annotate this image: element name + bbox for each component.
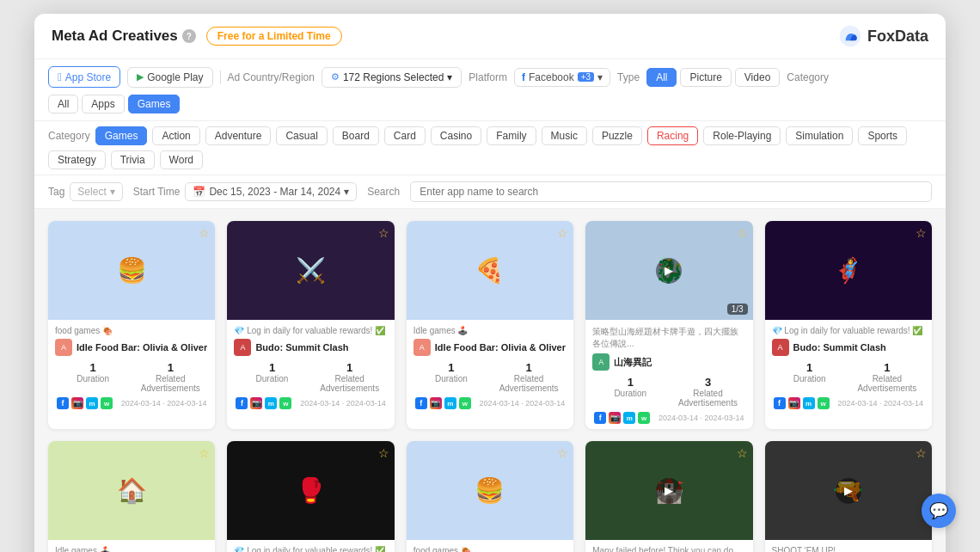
related-stat: 1 Related Advertisements [312,361,388,393]
card-item[interactable]: 🏠 ☆ Idle games 🕹️ A Idle Food Bar: Olivi… [48,441,215,552]
star-icon[interactable]: ☆ [557,226,568,240]
cat-word[interactable]: Word [160,150,203,169]
thumb-emoji: 🍔 [48,221,215,320]
related-label: Related Advertisements [491,374,567,393]
header: Meta Ad Creatives ? Free for a Limited T… [34,14,946,59]
card-footer: f 📷 m w 2024-03-14 · 2024-03-14 [55,397,208,409]
card-footer: f 📷 m w 2024-03-14 · 2024-03-14 [772,397,925,409]
chevron-icon: ▾ [447,71,452,83]
card-thumbnail: 🐉 ☆ ▶ 1/3 [585,221,752,320]
star-icon[interactable]: ☆ [199,226,210,240]
star-icon[interactable]: ☆ [737,226,748,240]
whatsapp-icon: w [818,397,830,409]
promo-badge[interactable]: Free for a Limited Time [206,27,342,46]
star-icon[interactable]: ☆ [916,446,927,460]
card-footer: f 📷 m w 2024-03-14 · 2024-03-14 [234,397,387,409]
cat-casino[interactable]: Casino [431,126,481,145]
cat-trivia[interactable]: Trivia [111,150,155,169]
related-stat: 1 Related Advertisements [132,361,208,393]
platform-select[interactable]: f Facebook +3 ▾ [514,68,610,87]
app-name: Budo: Summit Clash [793,342,886,353]
star-icon[interactable]: ☆ [199,446,210,460]
play-button[interactable]: ▶ [656,258,682,284]
help-icon[interactable]: ? [182,29,196,43]
region-select[interactable]: ⚙ 172 Regions Selected ▾ [322,67,462,88]
search-section: Search [367,186,400,198]
card-item[interactable]: 🍕 ☆ Idle games 🕹️ A Idle Food Bar: Olivi… [407,221,573,429]
chevron-down-icon: ▾ [110,186,115,198]
app-store-label: App Store [65,71,111,83]
duration-value: 1 [269,361,275,374]
type-picture-btn[interactable]: Picture [680,68,731,87]
cat-family[interactable]: Family [487,126,536,145]
card-item[interactable]: 🦸 ☆ 💎 Log in daily for valuable rewards!… [765,221,932,429]
star-icon[interactable]: ☆ [557,446,568,460]
app-icon: A [772,339,789,356]
cat-games-btn[interactable]: Games [128,95,181,113]
cat-adventure[interactable]: Adventure [205,126,272,145]
duration-stat: 1 Duration [55,361,131,393]
cat-action[interactable]: Action [152,126,199,145]
cat-games[interactable]: Games [95,126,148,145]
card-footer: f 📷 m w 2024-03-14 · 2024-03-14 [592,412,745,424]
cat-racing[interactable]: Racing [647,126,698,145]
card-item[interactable]: 🍔 ☆ food games 🍖 A Idle Food Bar: Olivia… [48,221,215,429]
title-text: Meta Ad Creatives [52,28,178,45]
card-subtitle: 💎 Log in daily for valuable rewards! ✅ [234,326,387,335]
cat-simulation[interactable]: Simulation [786,126,853,145]
cat-sports[interactable]: Sports [858,126,907,145]
play-button[interactable]: ▶ [836,478,861,504]
app-store-btn[interactable]:  App Store [48,66,120,88]
cat-strategy[interactable]: Strategy [48,150,106,169]
foxdata-logo-icon [838,24,862,48]
cat-board[interactable]: Board [333,126,379,145]
thumb-emoji: 🍔 [407,441,573,540]
cat-role-playing[interactable]: Role-Playing [703,126,781,145]
star-icon[interactable]: ☆ [378,226,389,240]
instagram-icon: 📷 [71,397,83,409]
search-input[interactable] [410,181,932,202]
thumb-emoji: 🍕 [407,221,573,320]
card-date: 2024-03-14 · 2024-03-14 [300,399,386,408]
cat-casual[interactable]: Casual [276,126,327,145]
type-all-btn[interactable]: All [646,68,677,87]
instagram-icon: 📷 [609,412,621,424]
card-subtitle: food games 🍖 [55,326,208,335]
chat-fab[interactable]: 💬 [922,494,956,528]
tag-search-row: Tag Select ▾ Start Time 📅 Dec 15, 2023 -… [34,175,946,209]
cat-apps-btn[interactable]: Apps [82,95,124,113]
star-icon[interactable]: ☆ [378,446,389,460]
facebook-icon: f [236,397,248,409]
related-value: 1 [525,361,531,374]
filter-row:  App Store ▶ Google Play Ad Country/Reg… [34,59,946,121]
star-icon[interactable]: ☆ [737,446,748,460]
card-item[interactable]: ⚔️ ☆ 💎 Log in daily for valuable rewards… [227,221,394,429]
star-icon[interactable]: ☆ [916,226,927,240]
card-item[interactable]: 🥊 ☆ 💎 Log in daily for valuable rewards!… [227,441,394,552]
date-picker[interactable]: 📅 Dec 15, 2023 - Mar 14, 2024 ▾ [185,182,357,201]
cat-puzzle[interactable]: Puzzle [592,126,642,145]
google-play-btn[interactable]: ▶ Google Play [127,67,212,88]
card-item[interactable]: 🏰 ☆ ▶ Many failed before! Think you can … [585,441,752,552]
cat-card[interactable]: Card [384,126,426,145]
play-button[interactable]: ▶ [656,478,682,504]
cat-music[interactable]: Music [542,126,587,145]
card-subtitle: 💎 Log in daily for valuable rewards! ✅ [234,546,387,552]
card-item[interactable]: 🔫 ☆ ▶ SHOOT 'EM UP! A CS Contract Sniper… [765,441,932,552]
tag-placeholder: Select [77,186,106,198]
cat-all-btn[interactable]: All [48,95,78,113]
related-value: 1 [168,361,174,374]
card-item[interactable]: 🐉 ☆ ▶ 1/3 策略型山海經題材卡牌手遊，四大擺族各位傳說... A 山海異… [585,221,752,429]
tag-select[interactable]: Select ▾ [70,182,122,201]
whatsapp-icon: w [101,397,113,409]
card-thumbnail: 🍔 ☆ [407,441,573,540]
card-subtitle: Idle games 🕹️ [55,546,208,552]
card-subtitle: 策略型山海經題材卡牌手遊，四大擺族各位傳說... [592,326,745,350]
whatsapp-icon: w [459,397,471,409]
card-subtitle: Idle games 🕹️ [413,326,567,335]
messenger-icon: m [623,412,635,424]
type-video-btn[interactable]: Video [735,68,780,87]
search-label: Search [367,186,400,198]
facebook-icon: f [415,397,427,409]
card-item[interactable]: 🍔 ☆ food games 🍖 A Idle Food Bar: Olivia… [407,441,573,552]
